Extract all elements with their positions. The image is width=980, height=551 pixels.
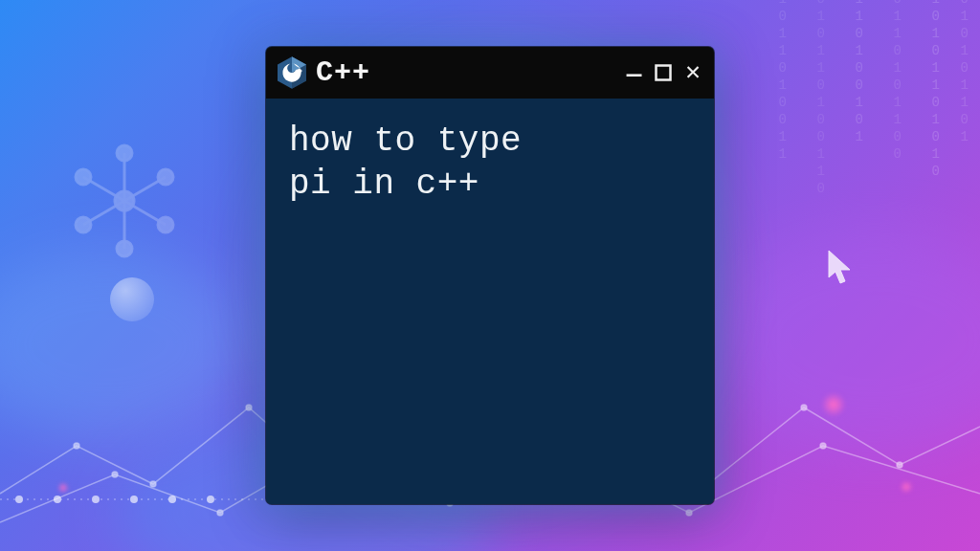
svg-point-6 [115,191,134,210]
glow-dot-decor [900,480,913,494]
svg-point-7 [117,145,132,161]
svg-point-31 [15,496,23,503]
glow-dot-decor [57,482,69,494]
terminal-window: C++ — ✕ how to type pi in c++ [266,47,714,504]
svg-point-29 [820,443,826,449]
svg-point-23 [112,472,118,477]
svg-point-13 [74,443,79,449]
molecule-decor [57,134,191,268]
minimize-button[interactable]: — [627,62,642,87]
window-body: how to type pi in c++ [266,99,714,504]
svg-point-36 [207,496,214,503]
close-button[interactable]: ✕ [685,60,701,85]
cpp-logo-icon [278,56,306,89]
titlebar[interactable]: C++ — ✕ [266,47,714,99]
maximize-button[interactable] [655,64,672,81]
svg-rect-43 [301,70,301,73]
svg-point-8 [158,169,173,185]
svg-point-35 [168,496,176,503]
window-controls: — ✕ [627,60,701,85]
svg-point-21 [801,405,807,410]
svg-rect-41 [297,70,298,73]
svg-point-9 [158,217,173,232]
svg-point-11 [76,217,91,232]
svg-point-10 [117,241,132,256]
svg-point-34 [130,496,138,503]
sphere-decor [110,277,154,321]
svg-point-22 [897,462,902,468]
window-title: C++ [316,56,617,89]
svg-point-33 [92,496,100,503]
glow-dot-decor [821,392,846,417]
svg-point-32 [54,496,61,503]
cursor-arrow-decor [827,249,856,287]
body-text: how to type pi in c++ [289,120,691,206]
square-icon [655,64,672,81]
svg-rect-44 [657,66,671,80]
svg-point-12 [76,169,91,185]
